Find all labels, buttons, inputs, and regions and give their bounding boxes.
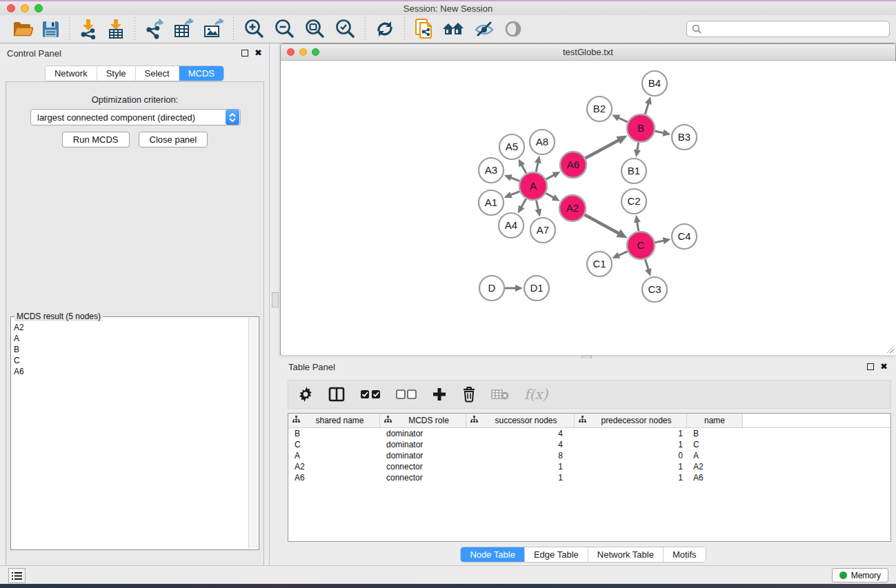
graph-node-A4[interactable]: A4: [499, 213, 524, 238]
function-builder-icon[interactable]: f(x): [524, 386, 548, 403]
export-table-icon[interactable]: [169, 17, 199, 41]
graph-node-A7[interactable]: A7: [530, 218, 555, 243]
tab-node-table[interactable]: Node Table: [461, 547, 525, 562]
edge-C-C2[interactable]: [637, 221, 638, 232]
edge-A-A8[interactable]: [536, 161, 538, 172]
float-panel-icon[interactable]: [241, 50, 248, 57]
close-table-panel-icon[interactable]: ✖: [880, 363, 888, 370]
panel-divider-handle[interactable]: [272, 292, 279, 307]
graph-node-A3[interactable]: A3: [479, 158, 504, 183]
tab-motifs[interactable]: Motifs: [664, 547, 706, 562]
edge-C-C1[interactable]: [617, 252, 627, 256]
open-file-icon[interactable]: [8, 17, 37, 41]
hide-selected-icon[interactable]: [469, 17, 499, 41]
edge-A-A1[interactable]: [510, 192, 519, 196]
graph-node-C4[interactable]: C4: [672, 224, 697, 249]
graph-node-C2[interactable]: C2: [621, 189, 646, 214]
edge-B-B4[interactable]: [645, 103, 648, 114]
graph-node-A2[interactable]: A2: [559, 195, 586, 221]
memory-button[interactable]: Memory: [832, 568, 888, 582]
run-mcds-button[interactable]: Run MCDS: [62, 132, 130, 148]
network-graph[interactable]: B4B2BB3A8A5A6A3B1AC2A1A2A4A7C4CC1DD1C3: [281, 61, 896, 355]
graph-node-B[interactable]: B: [627, 114, 655, 142]
edge-C-C3[interactable]: [645, 259, 648, 270]
apply-layout-icon[interactable]: [370, 17, 399, 41]
table-row[interactable]: A2connector11A2: [288, 461, 890, 472]
clone-network-icon[interactable]: [410, 17, 437, 41]
graph-node-B2[interactable]: B2: [587, 97, 612, 121]
node-table[interactable]: shared nameMCDS rolesuccessor nodesprede…: [288, 413, 891, 542]
result-scrollbar[interactable]: [248, 318, 258, 549]
zoom-selected-icon[interactable]: [330, 17, 360, 41]
save-session-icon[interactable]: [37, 17, 64, 41]
network-window-titlebar[interactable]: testGlobe.txt: [281, 44, 895, 61]
select-all-checks-icon[interactable]: [360, 389, 381, 399]
column-header-shared-name[interactable]: shared name: [288, 414, 380, 427]
zoom-fit-icon[interactable]: [299, 17, 330, 41]
graph-node-B3[interactable]: B3: [672, 125, 697, 150]
first-neighbors-icon[interactable]: [437, 17, 469, 41]
result-item[interactable]: C: [14, 355, 246, 366]
tab-edge-table[interactable]: Edge Table: [525, 547, 588, 562]
float-table-panel-icon[interactable]: [867, 363, 874, 370]
edge-A-A7[interactable]: [536, 201, 538, 211]
column-header-successor-nodes[interactable]: successor nodes: [466, 414, 575, 427]
graph-node-D1[interactable]: D1: [524, 276, 549, 301]
zoom-out-icon[interactable]: [269, 17, 299, 41]
graph-node-A1[interactable]: A1: [479, 190, 504, 215]
column-view-icon[interactable]: [328, 387, 345, 402]
edge-B-B2[interactable]: [617, 117, 628, 122]
deselect-checks-icon[interactable]: [396, 389, 417, 399]
search-input[interactable]: [704, 22, 889, 36]
table-row[interactable]: Cdominator41C: [288, 439, 890, 450]
result-item[interactable]: B: [14, 344, 246, 355]
edge-C-C4[interactable]: [655, 241, 665, 243]
tab-network[interactable]: Network: [46, 66, 97, 81]
edge-A-A5[interactable]: [521, 164, 526, 173]
tab-style[interactable]: Style: [97, 66, 136, 81]
export-image-icon[interactable]: [199, 17, 228, 41]
import-network-icon[interactable]: [74, 17, 102, 41]
edge-A-A2[interactable]: [546, 193, 555, 198]
graph-node-A6[interactable]: A6: [560, 152, 586, 178]
graph-node-C3[interactable]: C3: [642, 277, 667, 302]
task-history-button[interactable]: [8, 568, 26, 583]
settings-icon[interactable]: [298, 387, 313, 402]
export-network-icon[interactable]: [140, 17, 169, 41]
table-row[interactable]: Adominator80A: [288, 450, 890, 461]
delete-table-icon[interactable]: [491, 388, 509, 401]
delete-column-icon[interactable]: [462, 386, 476, 403]
add-column-icon[interactable]: [432, 387, 447, 402]
edge-A-A3[interactable]: [510, 177, 519, 181]
tab-mcds[interactable]: MCDS: [179, 66, 223, 81]
criterion-dropdown[interactable]: largest connected component (directed): [30, 109, 241, 125]
result-item[interactable]: A: [14, 333, 246, 344]
graph-node-B4[interactable]: B4: [642, 71, 667, 96]
network-canvas[interactable]: B4B2BB3A8A5A6A3B1AC2A1A2A4A7C4CC1DD1C3: [281, 61, 896, 355]
graph-node-C1[interactable]: C1: [587, 252, 612, 276]
column-header-MCDS-role[interactable]: MCDS role: [380, 414, 466, 427]
show-all-icon[interactable]: [499, 17, 527, 41]
edge-B-B3[interactable]: [655, 131, 665, 133]
graph-node-A8[interactable]: A8: [530, 130, 555, 154]
column-header-predecessor-nodes[interactable]: predecessor nodes: [575, 414, 687, 427]
result-item[interactable]: A6: [14, 366, 246, 377]
edge-A6-B[interactable]: [586, 140, 620, 159]
table-row[interactable]: A6connector11A6: [288, 472, 890, 483]
graph-node-B1[interactable]: B1: [621, 159, 646, 183]
result-item[interactable]: A2: [14, 322, 246, 333]
zoom-in-icon[interactable]: [239, 17, 269, 41]
table-row[interactable]: Bdominator41B: [288, 428, 890, 439]
close-panel-icon[interactable]: ✖: [255, 50, 262, 57]
edge-A-A6[interactable]: [546, 174, 555, 179]
graph-node-D[interactable]: D: [479, 276, 504, 301]
edge-A2-C[interactable]: [585, 215, 620, 234]
graph-node-A5[interactable]: A5: [499, 134, 524, 159]
graph-node-A[interactable]: A: [519, 172, 547, 200]
tab-select[interactable]: Select: [136, 66, 179, 81]
tab-network-table[interactable]: Network Table: [588, 547, 664, 562]
column-header-name[interactable]: name: [687, 414, 743, 427]
import-table-icon[interactable]: [102, 17, 130, 41]
close-panel-button[interactable]: Close panel: [139, 132, 208, 148]
edge-A-A4[interactable]: [521, 199, 526, 207]
